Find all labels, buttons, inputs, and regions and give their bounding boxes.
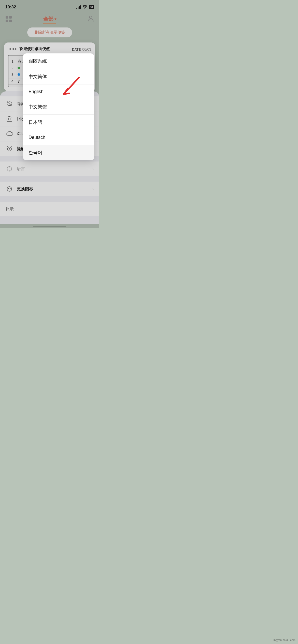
dropdown-item-korean[interactable]: 한국어: [23, 145, 94, 160]
dropdown-item-simplified-chinese[interactable]: 中文简体: [23, 69, 94, 84]
dropdown-item-follow-system[interactable]: 跟随系统: [23, 53, 94, 69]
dropdown-item-german[interactable]: Deutsch: [23, 130, 94, 145]
dropdown-item-japanese[interactable]: 日本語: [23, 115, 94, 130]
language-dropdown: 跟随系统 中文简体 English 中文繁體 日本語 Deutsch 한국어: [23, 53, 94, 160]
dropdown-item-traditional-chinese[interactable]: 中文繁體: [23, 99, 94, 115]
dropdown-item-english[interactable]: English: [23, 84, 94, 99]
